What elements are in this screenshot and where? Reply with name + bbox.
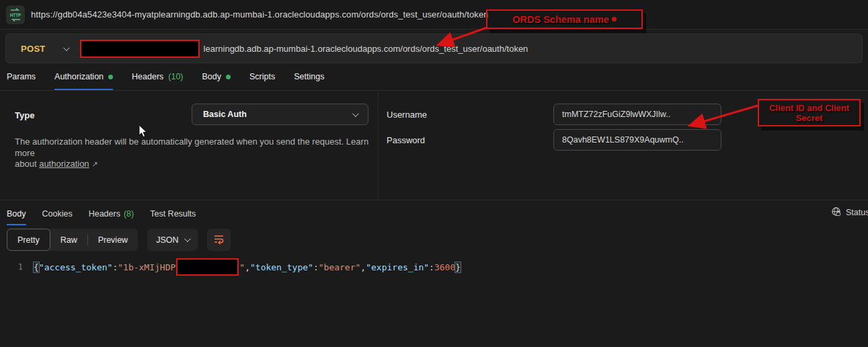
code-number: 3600 (434, 262, 455, 272)
tab-body[interactable]: Body (202, 65, 231, 90)
preview-button[interactable]: Preview (88, 229, 138, 251)
response-tab-headers[interactable]: Headers (8) (89, 203, 134, 225)
request-url-bar: POST learningdb.adb.ap-mumbai-1.oraclecl… (5, 34, 863, 63)
wrap-line-button[interactable] (207, 229, 231, 251)
chevron-down-icon (352, 110, 359, 117)
method-dropdown[interactable]: POST (6, 44, 80, 54)
code-key: "expires_in" (366, 262, 429, 272)
tab-settings[interactable]: Settings (294, 65, 324, 90)
username-field[interactable]: tmMTZ72zFuGiZ9lwWXJIlw.. (553, 104, 721, 125)
response-tabs: Body Cookies Headers (8) Test Results (0, 203, 868, 225)
password-field[interactable]: 8Qavh8EW1LS879X9AquwmQ.. (553, 129, 721, 151)
http-method-icon: HTTP (6, 5, 25, 24)
response-body-line: 1 { "access_token" : "1b-xMIjHDP " , "to… (0, 258, 461, 276)
annotation-client-credentials: Client ID and ClientSecret (758, 99, 861, 126)
authorization-link[interactable]: authorization (39, 159, 89, 169)
tab-scripts[interactable]: Scripts (249, 65, 275, 90)
auth-note: The authorization header will be automat… (15, 137, 381, 170)
api-client-window: HTTP https://gdb04a5423e3404-myatplearni… (0, 0, 868, 347)
request-title-bar: HTTP https://gdb04a5423e3404-myatplearni… (0, 0, 868, 30)
raw-button[interactable]: Raw (50, 229, 87, 251)
pretty-button[interactable]: Pretty (7, 229, 50, 251)
response-status: Status (831, 206, 868, 219)
code-string: "1b-xMIjHDP (118, 262, 175, 272)
globe-lock-icon (831, 206, 841, 219)
code-key: "access_token" (39, 262, 113, 272)
auth-type-value: Basic Auth (203, 110, 247, 119)
code-string: "bearer" (319, 262, 361, 272)
cursor-icon (139, 125, 148, 141)
code-open-brace: { (34, 262, 39, 272)
section-divider (0, 200, 868, 200)
green-dot-icon (108, 75, 113, 79)
tab-authorization[interactable]: Authorization (54, 65, 113, 90)
annotation-dot-icon (612, 17, 617, 22)
password-label: Password (387, 135, 425, 145)
view-mode-group: Pretty Raw Preview (7, 229, 138, 251)
tab-params[interactable]: Params (7, 65, 36, 90)
username-label: Username (387, 110, 427, 120)
redaction-box-token (176, 258, 239, 276)
tab-headers[interactable]: Headers (10) (132, 65, 183, 90)
green-dot-icon (226, 75, 231, 79)
response-tab-cookies[interactable]: Cookies (42, 203, 73, 225)
auth-type-label: Type (15, 110, 34, 120)
url-input[interactable]: learningdb.adb.ap-mumbai-1.oraclecloudap… (204, 44, 528, 54)
format-dropdown[interactable]: JSON (147, 229, 198, 251)
request-tabs: Params Authorization Headers (10) Body S… (0, 65, 868, 91)
line-number: 1 (0, 262, 34, 272)
code-key: "token_type" (250, 262, 313, 272)
request-title-url: https://gdb04a5423e3404-myatplearningdb.… (31, 9, 489, 20)
chevron-down-icon (63, 44, 70, 51)
status-label: Status (846, 208, 868, 217)
wrap-line-icon (213, 233, 225, 247)
auth-type-select[interactable]: Basic Auth (192, 104, 368, 125)
headers-count: (10) (168, 72, 183, 81)
redaction-box-url (80, 40, 200, 58)
code-close-brace: } (455, 262, 461, 272)
response-headers-count: (8) (124, 209, 134, 219)
method-label: POST (21, 44, 46, 54)
svg-text:HTTP: HTTP (10, 13, 22, 17)
response-tab-body[interactable]: Body (7, 203, 26, 225)
chevron-down-icon (184, 235, 191, 242)
response-toolbar: Pretty Raw Preview JSON (7, 229, 231, 251)
external-link-icon: ↗ (91, 160, 97, 168)
annotation-ords-schema: ORDS Schema name (486, 9, 643, 29)
response-tab-test-results[interactable]: Test Results (150, 203, 196, 225)
